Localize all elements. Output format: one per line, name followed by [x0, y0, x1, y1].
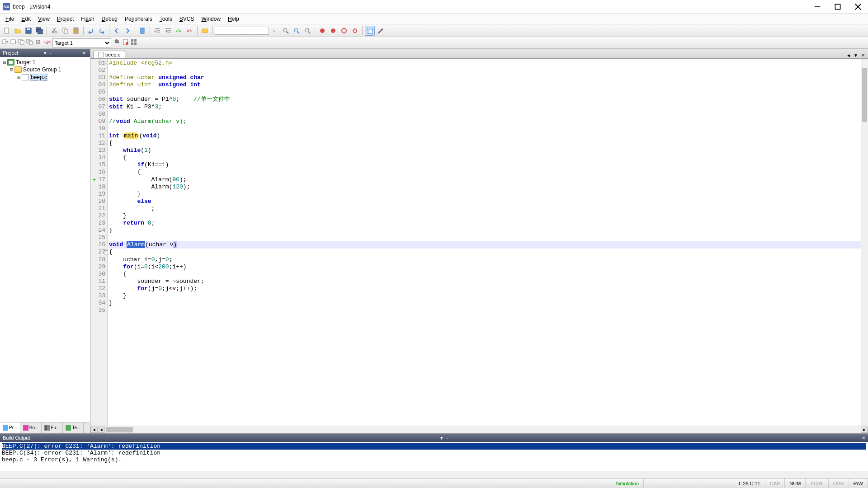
- scroll-left2-button[interactable]: ◄: [98, 427, 105, 433]
- save-button[interactable]: [24, 26, 33, 36]
- menu-debug[interactable]: Debug: [98, 14, 121, 23]
- comment-button[interactable]: //≡: [174, 26, 184, 36]
- file-icon: [98, 52, 104, 57]
- menu-file[interactable]: File: [2, 14, 18, 23]
- build-output-body[interactable]: BEEP.C(27): error C231: 'Alarm': redefin…: [0, 442, 868, 471]
- project-tab-templates[interactable]: Te...: [63, 422, 84, 433]
- incremental-find-button[interactable]: +: [302, 26, 312, 36]
- tree-toggle-icon[interactable]: ⊞: [16, 75, 22, 80]
- project-panel-tabs: Pr... Bo... {}Fu... Te...: [0, 422, 90, 433]
- titlebar: V4 beep - µVision4: [0, 0, 868, 14]
- svg-point-27: [283, 28, 287, 32]
- build-button[interactable]: [10, 38, 17, 47]
- editor-tab-beepc[interactable]: beep.c: [93, 51, 125, 58]
- status-cap: CAP: [765, 479, 785, 488]
- main-area: Project ▾ ⫟ ✕ ⊟ Target 1 ⊟ Source Group …: [0, 49, 868, 433]
- project-tab-project[interactable]: Pr...: [0, 422, 20, 433]
- find-input[interactable]: [215, 27, 269, 35]
- menu-view[interactable]: View: [34, 14, 53, 23]
- build-output-title: Build Output: [3, 435, 30, 441]
- cut-button[interactable]: [49, 26, 59, 36]
- editor-tab-prev-button[interactable]: ◄: [845, 52, 852, 58]
- editor-code[interactable]: #include <reg52.h>#define uchar unsigned…: [108, 59, 868, 426]
- new-file-button[interactable]: [2, 26, 12, 36]
- tree-toggle-icon[interactable]: ⊟: [2, 60, 7, 65]
- svg-point-9: [52, 31, 54, 33]
- menubar: File Edit View Project Flash Debug Perip…: [0, 14, 868, 24]
- breakpoint-insert-button[interactable]: [328, 26, 338, 36]
- breakpoint-enable-button[interactable]: [339, 26, 349, 36]
- find-dropdown[interactable]: [270, 26, 280, 36]
- svg-rect-51: [36, 40, 40, 44]
- tree-target-node[interactable]: ⊟ Target 1: [2, 59, 88, 66]
- manage-components-button[interactable]: [130, 38, 137, 47]
- tree-file-node[interactable]: ⊞ beep.c: [16, 73, 88, 81]
- stop-build-button[interactable]: [34, 38, 42, 47]
- editor-scrollbar-h[interactable]: ◄ ◄ ►: [90, 426, 868, 433]
- indent-button[interactable]: [152, 26, 162, 36]
- status-ovr: OVR: [829, 479, 849, 488]
- uncomment-button[interactable]: //×: [185, 26, 195, 36]
- configure-button[interactable]: [376, 26, 386, 36]
- menu-flash[interactable]: Flash: [77, 14, 98, 23]
- translate-button[interactable]: [2, 38, 9, 47]
- build-output-scrollbar[interactable]: [0, 471, 868, 478]
- close-button[interactable]: [848, 0, 868, 14]
- breakpoint-kill-button[interactable]: [350, 26, 360, 36]
- project-panel-dropdown-icon[interactable]: ▾: [44, 50, 47, 56]
- status-rw: R/W: [849, 479, 868, 488]
- copy-button[interactable]: [60, 26, 70, 36]
- maximize-button[interactable]: [827, 0, 848, 14]
- svg-rect-16: [75, 28, 77, 29]
- build-output-pin-icon[interactable]: ⫟: [445, 435, 450, 441]
- editor-body[interactable]: 0102030405060708091011121314151617181920…: [90, 59, 868, 426]
- scroll-left-button[interactable]: ◄: [90, 427, 98, 433]
- scroll-right-button[interactable]: ►: [861, 427, 868, 433]
- outdent-button[interactable]: [163, 26, 173, 36]
- editor-tab-close-button[interactable]: ✕: [860, 52, 866, 58]
- menu-svcs[interactable]: SVCS: [176, 14, 198, 23]
- editor-scrollbar-v[interactable]: [861, 59, 868, 426]
- bookmark-button[interactable]: [137, 26, 147, 36]
- paste-button[interactable]: [71, 26, 81, 36]
- rebuild-button[interactable]: [18, 38, 25, 47]
- build-output-dropdown-icon[interactable]: ▾: [440, 435, 443, 441]
- find-next-button[interactable]: [281, 26, 291, 36]
- menu-tools[interactable]: Tools: [156, 14, 176, 23]
- build-output-header: Build Output ▾ ⫟ ✕: [0, 434, 868, 442]
- find-in-files-button[interactable]: [292, 26, 302, 36]
- forward-button[interactable]: [123, 26, 132, 36]
- menu-window[interactable]: Window: [198, 14, 224, 23]
- download-button[interactable]: LOAD: [43, 38, 51, 47]
- svg-rect-55: [131, 39, 133, 42]
- open-file-button[interactable]: [13, 26, 23, 36]
- file-extensions-button[interactable]: [122, 38, 129, 47]
- tree-group-node[interactable]: ⊟ Source Group 1: [9, 66, 88, 73]
- tree-toggle-icon[interactable]: ⊟: [9, 67, 14, 72]
- undo-button[interactable]: [86, 26, 96, 36]
- menu-project[interactable]: Project: [53, 14, 77, 23]
- project-tree[interactable]: ⊟ Target 1 ⊟ Source Group 1 ⊞ beep.c: [0, 57, 90, 422]
- redo-button[interactable]: [97, 26, 107, 36]
- editor-tab-menu-button[interactable]: ▼: [853, 52, 859, 58]
- target-select[interactable]: Target 1: [52, 38, 111, 47]
- batch-build-button[interactable]: [26, 38, 33, 47]
- tree-group-label: Source Group 1: [23, 66, 61, 73]
- options-target-button[interactable]: [113, 38, 120, 47]
- svg-rect-57: [131, 42, 133, 45]
- project-tab-books[interactable]: Bo...: [20, 422, 42, 433]
- project-panel-close-button[interactable]: ✕: [81, 50, 87, 56]
- macro-button[interactable]: [200, 26, 210, 36]
- menu-peripherals[interactable]: Peripherals: [121, 14, 156, 23]
- save-all-button[interactable]: [34, 26, 44, 36]
- menu-edit[interactable]: Edit: [18, 14, 34, 23]
- menu-help[interactable]: Help: [224, 14, 243, 23]
- project-tab-functions[interactable]: {}Fu...: [42, 422, 63, 433]
- minimize-button[interactable]: [807, 0, 827, 14]
- status-scrl: SCRL: [806, 479, 828, 488]
- back-button[interactable]: [112, 26, 122, 36]
- window-layout-button[interactable]: [365, 26, 375, 36]
- debug-start-button[interactable]: [317, 26, 327, 36]
- project-panel-pin-icon[interactable]: ⫟: [48, 50, 53, 56]
- build-output-close-button[interactable]: ✕: [862, 436, 865, 441]
